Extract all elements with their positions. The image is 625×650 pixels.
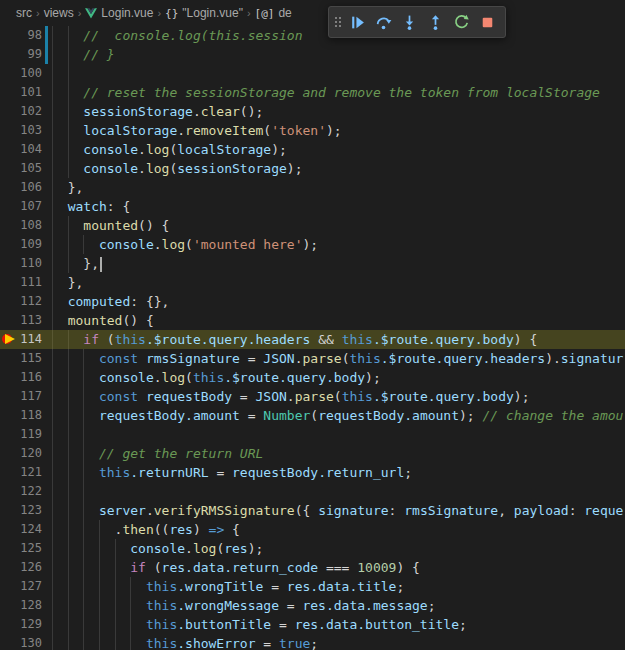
line-number[interactable]: 110: [16, 254, 42, 273]
line-number[interactable]: 105: [16, 159, 42, 178]
debug-step-out-button[interactable]: [422, 8, 448, 36]
breakpoint-gutter[interactable]: [0, 634, 16, 650]
breakpoint-gutter[interactable]: [0, 159, 16, 178]
code-text[interactable]: localStorage.removeItem('token');: [52, 121, 625, 140]
breakpoint-gutter[interactable]: [0, 197, 16, 216]
code-text[interactable]: computed: {},: [52, 292, 625, 311]
breakpoint-gutter[interactable]: [0, 178, 16, 197]
breakpoint-gutter[interactable]: [0, 64, 16, 83]
code-text[interactable]: if (this.$route.query.headers && this.$r…: [52, 330, 625, 349]
breakpoint-gutter[interactable]: [0, 45, 16, 64]
code-line-128[interactable]: 128 this.wrongMessage = res.data.message…: [0, 596, 625, 615]
breakpoint-gutter[interactable]: [0, 482, 16, 501]
code-line-123[interactable]: 123 server.verifyRMSSignature({ signatur…: [0, 501, 625, 520]
code-line-110[interactable]: 110 },: [0, 254, 625, 273]
breakpoint-gutter[interactable]: [0, 539, 16, 558]
line-number[interactable]: 98: [16, 26, 42, 45]
line-number[interactable]: 111: [16, 273, 42, 292]
code-line-130[interactable]: 130 this.showError = true;: [0, 634, 625, 650]
line-number[interactable]: 108: [16, 216, 42, 235]
breakpoint-gutter[interactable]: [0, 444, 16, 463]
line-number[interactable]: 118: [16, 406, 42, 425]
line-number[interactable]: 99: [16, 45, 42, 64]
line-number[interactable]: 113: [16, 311, 42, 330]
line-number[interactable]: 109: [16, 235, 42, 254]
breakpoint-gutter[interactable]: [0, 235, 16, 254]
line-number[interactable]: 101: [16, 83, 42, 102]
breakpoint-gutter[interactable]: [0, 558, 16, 577]
code-line-108[interactable]: 108 mounted() {: [0, 216, 625, 235]
code-text[interactable]: requestBody.amount = Number(requestBody.…: [52, 406, 625, 425]
breadcrumb-item-default[interactable]: de: [278, 6, 291, 20]
breakpoint-gutter[interactable]: [0, 406, 16, 425]
debug-step-into-button[interactable]: [396, 8, 422, 36]
code-text[interactable]: console.log(localStorage);: [52, 140, 625, 159]
code-line-114[interactable]: 114 if (this.$route.query.headers && thi…: [0, 330, 625, 349]
drag-handle[interactable]: [331, 8, 344, 36]
line-number[interactable]: 120: [16, 444, 42, 463]
line-number[interactable]: 127: [16, 577, 42, 596]
code-line-113[interactable]: 113 mounted() {: [0, 311, 625, 330]
code-line-104[interactable]: 104 console.log(localStorage);: [0, 140, 625, 159]
code-line-112[interactable]: 112 computed: {},: [0, 292, 625, 311]
code-line-127[interactable]: 127 this.wrongTitle = res.data.title;: [0, 577, 625, 596]
code-text[interactable]: },: [52, 178, 625, 197]
code-text[interactable]: const rmsSignature = JSON.parse(this.$ro…: [52, 349, 625, 368]
code-text[interactable]: this.returnURL = requestBody.return_url;: [52, 463, 625, 482]
code-line-126[interactable]: 126 if (res.data.return_code === 10009) …: [0, 558, 625, 577]
code-text[interactable]: // get the return URL: [52, 444, 625, 463]
debug-step-over-button[interactable]: [370, 8, 396, 36]
breakpoint-gutter[interactable]: [0, 596, 16, 615]
debug-stop-button[interactable]: [474, 8, 500, 36]
breakpoint-gutter[interactable]: [0, 463, 16, 482]
code-text[interactable]: console.log(this.$route.query.body);: [52, 368, 625, 387]
code-text[interactable]: this.showError = true;: [52, 634, 625, 650]
code-text[interactable]: mounted() {: [52, 311, 625, 330]
code-text[interactable]: // reset the sessionStorage and remove t…: [52, 83, 625, 102]
breakpoint-gutter[interactable]: [0, 387, 16, 406]
line-number[interactable]: 126: [16, 558, 42, 577]
debug-restart-button[interactable]: [448, 8, 474, 36]
breakpoint-gutter[interactable]: [0, 140, 16, 159]
line-number[interactable]: 112: [16, 292, 42, 311]
line-number[interactable]: 103: [16, 121, 42, 140]
breakpoint-gutter[interactable]: [0, 216, 16, 235]
code-line-101[interactable]: 101 // reset the sessionStorage and remo…: [0, 83, 625, 102]
code-line-129[interactable]: 129 this.buttonTitle = res.data.button_t…: [0, 615, 625, 634]
line-number[interactable]: 107: [16, 197, 42, 216]
breakpoint-gutter[interactable]: [0, 615, 16, 634]
code-text[interactable]: const requestBody = JSON.parse(this.$rou…: [52, 387, 625, 406]
code-text[interactable]: console.log(res);: [52, 539, 625, 558]
breadcrumb-item-symbol[interactable]: "Login.vue": [182, 6, 243, 20]
line-number[interactable]: 130: [16, 634, 42, 650]
breakpoint-gutter[interactable]: [0, 520, 16, 539]
debug-current-line-indicator[interactable]: [0, 330, 16, 349]
line-number[interactable]: 104: [16, 140, 42, 159]
code-line-118[interactable]: 118 requestBody.amount = Number(requestB…: [0, 406, 625, 425]
breakpoint-gutter[interactable]: [0, 311, 16, 330]
breakpoint-gutter[interactable]: [0, 577, 16, 596]
breadcrumb-item-file[interactable]: Login.vue: [101, 6, 153, 20]
code-line-106[interactable]: 106 },: [0, 178, 625, 197]
breakpoint-gutter[interactable]: [0, 292, 16, 311]
code-text[interactable]: watch: {: [52, 197, 625, 216]
code-line-117[interactable]: 117 const requestBody = JSON.parse(this.…: [0, 387, 625, 406]
line-number[interactable]: 121: [16, 463, 42, 482]
code-line-121[interactable]: 121 this.returnURL = requestBody.return_…: [0, 463, 625, 482]
breadcrumb-item-views[interactable]: views: [44, 6, 74, 20]
code-text[interactable]: // }: [52, 45, 625, 64]
code-line-111[interactable]: 111 },: [0, 273, 625, 292]
code-line-115[interactable]: 115 const rmsSignature = JSON.parse(this…: [0, 349, 625, 368]
code-line-102[interactable]: 102 sessionStorage.clear();: [0, 102, 625, 121]
code-text[interactable]: .then((res) => {: [52, 520, 625, 539]
code-text[interactable]: [52, 64, 625, 83]
line-number[interactable]: 122: [16, 482, 42, 501]
code-text[interactable]: sessionStorage.clear();: [52, 102, 625, 121]
line-number[interactable]: 100: [16, 64, 42, 83]
line-number[interactable]: 129: [16, 615, 42, 634]
line-number[interactable]: 106: [16, 178, 42, 197]
debug-continue-button[interactable]: [344, 8, 370, 36]
line-number[interactable]: 124: [16, 520, 42, 539]
breakpoint-gutter[interactable]: [0, 349, 16, 368]
code-line-109[interactable]: 109 console.log('mounted here');: [0, 235, 625, 254]
